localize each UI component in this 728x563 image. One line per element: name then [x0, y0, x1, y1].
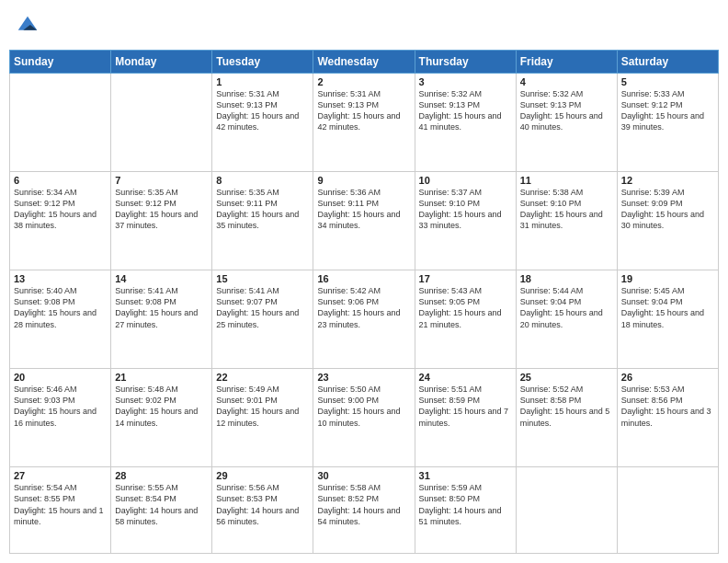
- weekday-header: Thursday: [415, 51, 516, 74]
- day-number: 26: [621, 372, 714, 383]
- table-row: [111, 74, 212, 172]
- day-info: Sunrise: 5:38 AM Sunset: 9:10 PM Dayligh…: [520, 187, 613, 232]
- table-row: [617, 467, 718, 554]
- logo: [15, 13, 44, 39]
- table-row: [516, 467, 617, 554]
- weekday-header: Sunday: [10, 51, 111, 74]
- day-number: 6: [14, 175, 107, 186]
- table-row: 12Sunrise: 5:39 AM Sunset: 9:09 PM Dayli…: [617, 172, 718, 270]
- table-row: [10, 74, 111, 172]
- day-number: 27: [14, 470, 107, 481]
- day-number: 7: [115, 175, 208, 186]
- table-row: 21Sunrise: 5:48 AM Sunset: 9:02 PM Dayli…: [111, 369, 212, 467]
- day-info: Sunrise: 5:36 AM Sunset: 9:11 PM Dayligh…: [317, 187, 410, 232]
- day-number: 20: [14, 372, 107, 383]
- day-number: 18: [520, 273, 613, 284]
- calendar-week-row: 1Sunrise: 5:31 AM Sunset: 9:13 PM Daylig…: [10, 74, 719, 172]
- day-info: Sunrise: 5:43 AM Sunset: 9:05 PM Dayligh…: [419, 285, 512, 330]
- day-number: 3: [419, 76, 512, 87]
- table-row: 22Sunrise: 5:49 AM Sunset: 9:01 PM Dayli…: [212, 369, 313, 467]
- day-number: 14: [115, 273, 208, 284]
- day-info: Sunrise: 5:32 AM Sunset: 9:13 PM Dayligh…: [520, 88, 613, 133]
- day-number: 5: [621, 76, 714, 87]
- table-row: 30Sunrise: 5:58 AM Sunset: 8:52 PM Dayli…: [313, 467, 415, 554]
- header: [9, 9, 719, 42]
- day-info: Sunrise: 5:40 AM Sunset: 9:08 PM Dayligh…: [14, 285, 107, 330]
- day-info: Sunrise: 5:52 AM Sunset: 8:58 PM Dayligh…: [520, 384, 613, 429]
- table-row: 28Sunrise: 5:55 AM Sunset: 8:54 PM Dayli…: [111, 467, 212, 554]
- day-number: 23: [317, 372, 410, 383]
- table-row: 29Sunrise: 5:56 AM Sunset: 8:53 PM Dayli…: [212, 467, 313, 554]
- day-info: Sunrise: 5:41 AM Sunset: 9:07 PM Dayligh…: [216, 285, 309, 330]
- day-number: 12: [621, 175, 714, 186]
- table-row: 9Sunrise: 5:36 AM Sunset: 9:11 PM Daylig…: [313, 172, 415, 270]
- weekday-header: Tuesday: [212, 51, 313, 74]
- page: SundayMondayTuesdayWednesdayThursdayFrid…: [0, 0, 728, 563]
- table-row: 15Sunrise: 5:41 AM Sunset: 9:07 PM Dayli…: [212, 270, 313, 369]
- day-info: Sunrise: 5:50 AM Sunset: 9:00 PM Dayligh…: [317, 384, 410, 429]
- calendar-header-row: SundayMondayTuesdayWednesdayThursdayFrid…: [10, 51, 719, 74]
- day-info: Sunrise: 5:37 AM Sunset: 9:10 PM Dayligh…: [419, 187, 512, 232]
- day-number: 16: [317, 273, 410, 284]
- calendar-week-row: 20Sunrise: 5:46 AM Sunset: 9:03 PM Dayli…: [10, 369, 719, 467]
- table-row: 2Sunrise: 5:31 AM Sunset: 9:13 PM Daylig…: [313, 74, 415, 172]
- table-row: 19Sunrise: 5:45 AM Sunset: 9:04 PM Dayli…: [617, 270, 718, 369]
- table-row: 26Sunrise: 5:53 AM Sunset: 8:56 PM Dayli…: [617, 369, 718, 467]
- day-number: 30: [317, 470, 410, 481]
- weekday-header: Wednesday: [313, 51, 415, 74]
- day-number: 15: [216, 273, 309, 284]
- day-number: 21: [115, 372, 208, 383]
- day-number: 31: [419, 470, 512, 481]
- day-info: Sunrise: 5:45 AM Sunset: 9:04 PM Dayligh…: [621, 285, 714, 330]
- day-number: 22: [216, 372, 309, 383]
- calendar-week-row: 13Sunrise: 5:40 AM Sunset: 9:08 PM Dayli…: [10, 270, 719, 369]
- table-row: 4Sunrise: 5:32 AM Sunset: 9:13 PM Daylig…: [516, 74, 617, 172]
- day-info: Sunrise: 5:32 AM Sunset: 9:13 PM Dayligh…: [419, 88, 512, 133]
- table-row: 7Sunrise: 5:35 AM Sunset: 9:12 PM Daylig…: [111, 172, 212, 270]
- table-row: 13Sunrise: 5:40 AM Sunset: 9:08 PM Dayli…: [10, 270, 111, 369]
- day-number: 28: [115, 470, 208, 481]
- calendar-table: SundayMondayTuesdayWednesdayThursdayFrid…: [9, 50, 719, 554]
- day-number: 29: [216, 470, 309, 481]
- day-info: Sunrise: 5:39 AM Sunset: 9:09 PM Dayligh…: [621, 187, 714, 232]
- day-number: 13: [14, 273, 107, 284]
- table-row: 27Sunrise: 5:54 AM Sunset: 8:55 PM Dayli…: [10, 467, 111, 554]
- weekday-header: Friday: [516, 51, 617, 74]
- day-info: Sunrise: 5:33 AM Sunset: 9:12 PM Dayligh…: [621, 88, 714, 133]
- table-row: 23Sunrise: 5:50 AM Sunset: 9:00 PM Dayli…: [313, 369, 415, 467]
- day-number: 25: [520, 372, 613, 383]
- table-row: 31Sunrise: 5:59 AM Sunset: 8:50 PM Dayli…: [415, 467, 516, 554]
- day-info: Sunrise: 5:31 AM Sunset: 9:13 PM Dayligh…: [216, 88, 309, 133]
- day-number: 8: [216, 175, 309, 186]
- day-info: Sunrise: 5:59 AM Sunset: 8:50 PM Dayligh…: [419, 482, 512, 527]
- day-info: Sunrise: 5:49 AM Sunset: 9:01 PM Dayligh…: [216, 384, 309, 429]
- table-row: 1Sunrise: 5:31 AM Sunset: 9:13 PM Daylig…: [212, 74, 313, 172]
- day-info: Sunrise: 5:54 AM Sunset: 8:55 PM Dayligh…: [14, 482, 107, 527]
- day-number: 1: [216, 76, 309, 87]
- day-number: 24: [419, 372, 512, 383]
- day-number: 9: [317, 175, 410, 186]
- day-info: Sunrise: 5:35 AM Sunset: 9:12 PM Dayligh…: [115, 187, 208, 232]
- table-row: 20Sunrise: 5:46 AM Sunset: 9:03 PM Dayli…: [10, 369, 111, 467]
- table-row: 25Sunrise: 5:52 AM Sunset: 8:58 PM Dayli…: [516, 369, 617, 467]
- table-row: 5Sunrise: 5:33 AM Sunset: 9:12 PM Daylig…: [617, 74, 718, 172]
- day-number: 2: [317, 76, 410, 87]
- day-info: Sunrise: 5:31 AM Sunset: 9:13 PM Dayligh…: [317, 88, 410, 133]
- table-row: 24Sunrise: 5:51 AM Sunset: 8:59 PM Dayli…: [415, 369, 516, 467]
- day-info: Sunrise: 5:48 AM Sunset: 9:02 PM Dayligh…: [115, 384, 208, 429]
- table-row: 8Sunrise: 5:35 AM Sunset: 9:11 PM Daylig…: [212, 172, 313, 270]
- table-row: 6Sunrise: 5:34 AM Sunset: 9:12 PM Daylig…: [10, 172, 111, 270]
- day-info: Sunrise: 5:46 AM Sunset: 9:03 PM Dayligh…: [14, 384, 107, 429]
- day-number: 19: [621, 273, 714, 284]
- day-number: 10: [419, 175, 512, 186]
- day-info: Sunrise: 5:53 AM Sunset: 8:56 PM Dayligh…: [621, 384, 714, 429]
- day-info: Sunrise: 5:44 AM Sunset: 9:04 PM Dayligh…: [520, 285, 613, 330]
- day-info: Sunrise: 5:58 AM Sunset: 8:52 PM Dayligh…: [317, 482, 410, 527]
- day-info: Sunrise: 5:42 AM Sunset: 9:06 PM Dayligh…: [317, 285, 410, 330]
- weekday-header: Saturday: [617, 51, 718, 74]
- day-number: 17: [419, 273, 512, 284]
- day-number: 11: [520, 175, 613, 186]
- day-info: Sunrise: 5:35 AM Sunset: 9:11 PM Dayligh…: [216, 187, 309, 232]
- table-row: 3Sunrise: 5:32 AM Sunset: 9:13 PM Daylig…: [415, 74, 516, 172]
- calendar-week-row: 6Sunrise: 5:34 AM Sunset: 9:12 PM Daylig…: [10, 172, 719, 270]
